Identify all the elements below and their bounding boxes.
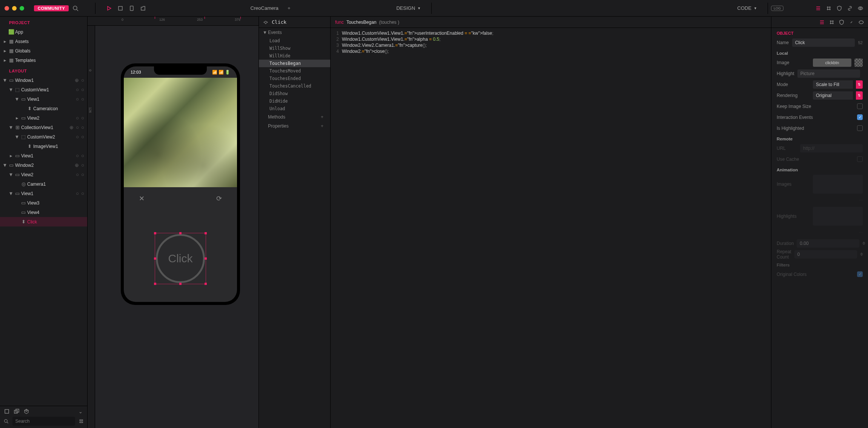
minimize-window[interactable] [12,6,17,11]
highlight-input[interactable] [797,69,860,78]
repeat-stepper[interactable] [860,250,863,259]
images-list[interactable] [813,175,863,194]
event-touchescancelled[interactable]: TouchesCancelled [259,82,330,90]
duration-stepper[interactable] [862,239,865,248]
events-panel: Click ▼ Events LoadWillShowWillHideTouch… [259,17,331,428]
filter-icon[interactable] [79,418,84,424]
event-touchesended[interactable]: TouchesEnded [259,75,330,82]
original-colors-checkbox[interactable]: ✓ [857,271,863,277]
project-item-templates[interactable]: ▸▦Templates [0,55,87,65]
inspector-tab-eye[interactable] [858,19,864,25]
list-view-icon[interactable] [815,5,821,11]
device-icon[interactable] [129,5,135,11]
highlights-list[interactable] [813,207,863,226]
keep-image-size-checkbox[interactable] [857,103,863,109]
layout-item-window2[interactable]: ▼▭Window2⊕○ [0,160,87,170]
mode-select[interactable]: Scale to Fill [813,80,853,89]
project-icon[interactable] [140,5,146,11]
svg-point-7 [5,419,8,422]
code-body[interactable]: 1234 Window1.CustomView1.View1.="fn">use… [331,28,771,428]
layout-item-customview2[interactable]: ▼⬚CustomView2○○ [0,132,87,142]
events-title: Click [272,19,286,25]
play-icon[interactable] [106,5,112,11]
inspector-tab-shield[interactable] [839,19,845,25]
layout-item-window1[interactable]: ▼▭Window1⊕○ [0,75,87,85]
inspector-tab-list[interactable] [819,19,825,25]
layout-item-view1[interactable]: ▸▭View1○○ [0,151,87,160]
layout-item-imageview1[interactable]: ⬍ImageView1 [0,142,87,151]
mode-arrows[interactable]: ⇅ [856,80,863,89]
link-icon[interactable] [847,5,853,11]
events-section[interactable]: ▼ Events [259,28,330,37]
project-item-app[interactable]: 🟩App [0,27,87,37]
event-willhide[interactable]: WillHide [259,52,330,60]
layout-item-view2[interactable]: ▸▭View2○○ [0,113,87,123]
add-object-icon[interactable] [4,408,10,414]
layout-item-collectionview1[interactable]: ▼⊞CollectionView1⊕○○ [0,123,87,132]
community-badge[interactable]: COMMUNITY [34,5,69,11]
design-canvas: 0 126 253 379 0 126 [88,17,259,428]
shield-icon[interactable] [836,5,842,11]
log-badge[interactable]: LOG [771,6,783,11]
search-input[interactable] [12,417,75,426]
refresh-icon[interactable]: ⟳ [216,194,222,203]
use-cache-checkbox[interactable] [857,156,863,162]
layout-item-view1[interactable]: ▼▭View1○○ [0,189,87,198]
stop-icon[interactable] [117,5,123,11]
layout-item-cameraicon[interactable]: ⬍CameraIcon [0,104,87,113]
svg-rect-8 [80,420,83,420]
line-gutter: 1234 [331,30,342,428]
repeat-count-input[interactable] [794,250,857,259]
inspector-tab-link[interactable] [848,19,854,25]
layout-item-click[interactable]: ⬍Click [0,217,87,226]
image-swatch[interactable]: clickbtn [813,59,851,67]
object-icon [263,19,269,25]
event-didhide[interactable]: DidHide [259,97,330,105]
interaction-events-checkbox[interactable]: ✓ [857,114,863,120]
layout-section-header: LAYOUT [0,65,87,75]
layout-item-view2[interactable]: ▼▭View2○○ [0,170,87,179]
is-highlighted-checkbox[interactable] [857,125,863,131]
inspector-tab-frame[interactable] [829,19,835,25]
project-item-assets[interactable]: ▸▦Assets [0,37,87,46]
svg-rect-2 [130,6,133,11]
layout-item-view4[interactable]: ▭View4 [0,208,87,217]
add-property-icon[interactable]: + [321,123,326,129]
duration-input[interactable] [797,239,859,248]
search-icon[interactable] [72,5,78,11]
add-group-icon[interactable] [14,408,20,414]
methods-section[interactable]: Methods + [259,112,330,122]
event-willshow[interactable]: WillShow [259,45,330,52]
rendering-select[interactable]: Original [813,91,853,100]
canvas-viewport[interactable]: 12:03 📶 📶 🔋 ✕ ⟳ [95,26,259,428]
properties-section[interactable]: Properties + [259,122,330,131]
close-window[interactable] [5,6,9,11]
code-mode-select[interactable]: CODE ▼ [737,5,757,11]
code-editor: func TouchesBegan (touches ) 1234 Window… [331,17,771,428]
event-unload[interactable]: Unload [259,105,330,112]
window-controls [5,6,24,11]
layout-item-view1[interactable]: ▼▭View1○○ [0,94,87,104]
image-color-swatch[interactable] [854,59,863,67]
cube-icon[interactable] [23,408,29,414]
eye-icon[interactable] [857,5,863,11]
close-icon[interactable]: ✕ [139,194,145,203]
event-load[interactable]: Load [259,37,330,45]
frame-icon[interactable] [826,5,832,11]
add-method-icon[interactable]: + [321,114,326,120]
project-item-globals[interactable]: ▸▦Globals [0,46,87,55]
svg-rect-4 [5,410,9,413]
zoom-window[interactable] [20,6,24,11]
add-tab-icon[interactable]: + [286,5,292,11]
event-touchesbegan[interactable]: TouchesBegan [259,60,330,67]
layout-item-customview1[interactable]: ▼⬚CustomView1○○ [0,85,87,94]
event-didshow[interactable]: DidShow [259,90,330,97]
layout-item-view3[interactable]: ▭View3 [0,198,87,208]
event-touchesmoved[interactable]: TouchesMoved [259,67,330,75]
chevron-down-icon[interactable]: ⌄ [77,408,83,414]
rendering-arrows[interactable]: ⇅ [856,91,863,100]
design-mode-select[interactable]: DESIGN ▼ [396,5,421,11]
layout-item-camera1[interactable]: ◎Camera1 [0,179,87,189]
name-input[interactable] [792,38,855,47]
url-input[interactable] [800,144,863,152]
